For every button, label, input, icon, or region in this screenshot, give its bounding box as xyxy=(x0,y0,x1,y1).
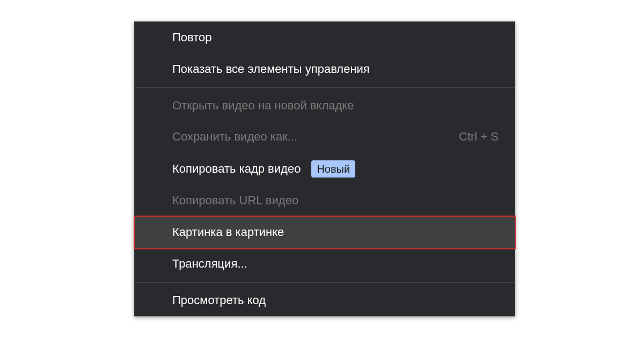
menu-item-label: Показать все элементы управления xyxy=(172,61,370,78)
menu-item-open-video-new-tab: Открыть видео на новой вкладке xyxy=(135,90,515,122)
menu-item-copy-video-url: Копировать URL видео xyxy=(135,185,515,217)
menu-item-label: Картинка в картинке xyxy=(172,224,284,241)
menu-item-label: Повтор xyxy=(172,29,212,46)
menu-item-inspect[interactable]: Просмотреть код xyxy=(135,285,515,316)
menu-item-label-wrap: Копировать кадр видео Новый xyxy=(172,160,355,178)
menu-separator xyxy=(135,87,515,88)
menu-item-save-video-as: Сохранить видео как... Ctrl + S xyxy=(135,121,515,153)
menu-item-label: Открыть видео на новой вкладке xyxy=(172,98,354,114)
new-badge: Новый xyxy=(311,160,355,178)
menu-item-label: Копировать URL видео xyxy=(172,193,298,209)
menu-item-repeat[interactable]: Повтор xyxy=(135,22,515,54)
menu-item-picture-in-picture[interactable]: Картинка в картинке xyxy=(134,216,516,249)
video-context-menu: Повтор Показать все элементы управления … xyxy=(134,21,515,316)
menu-item-label: Сохранить видео как... xyxy=(172,129,297,145)
menu-item-show-all-controls[interactable]: Показать все элементы управления xyxy=(135,54,515,85)
menu-item-shortcut: Ctrl + S xyxy=(459,129,499,145)
menu-item-label: Копировать кадр видео xyxy=(172,161,301,178)
menu-separator xyxy=(135,282,515,283)
menu-item-cast[interactable]: Трансляция... xyxy=(135,248,515,280)
menu-item-label: Трансляция... xyxy=(172,256,247,272)
menu-item-copy-video-frame[interactable]: Копировать кадр видео Новый xyxy=(135,153,515,185)
menu-item-label: Просмотреть код xyxy=(172,292,266,309)
